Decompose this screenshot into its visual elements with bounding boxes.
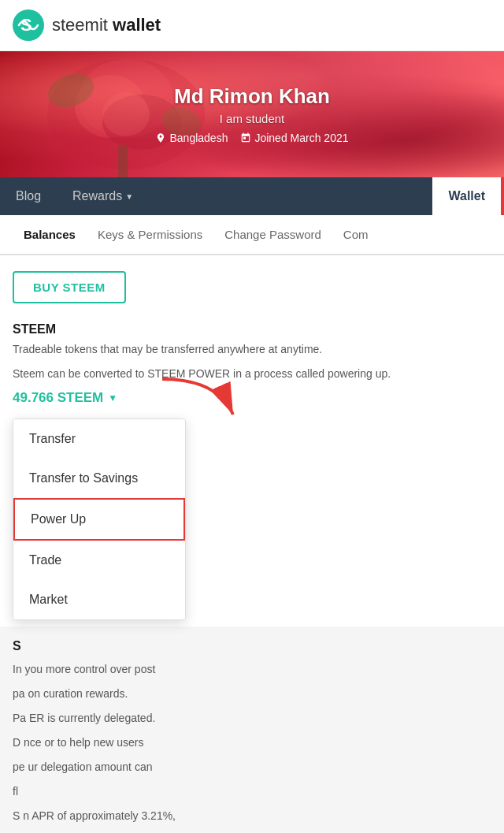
nav-spacer (149, 177, 432, 215)
profile-meta: Bangladesh Joined March 2021 (155, 132, 348, 144)
steem-token-desc-2: Steem can be converted to STEEM POWER in… (13, 366, 491, 382)
sp-desc-1: In you more control over post (13, 661, 491, 678)
steemit-logo-icon: S (13, 9, 44, 41)
sp-desc-5: pe ur delegation amount can (13, 759, 491, 775)
dropdown-transfer[interactable]: Transfer (13, 419, 185, 459)
profile-location: Bangladesh (155, 132, 228, 144)
dropdown-power-up[interactable]: Power Up (13, 498, 185, 541)
tab-balances[interactable]: Balances (13, 215, 87, 255)
sp-desc-4: D nce or to help new users (13, 734, 491, 751)
nav-wallet[interactable]: Wallet (432, 177, 501, 215)
sp-title-partial: S (13, 636, 491, 656)
steem-token-section: STEEM Tradeable tokens that may be trans… (13, 322, 491, 406)
profile-info: Md Rimon Khan I am student Bangladesh Jo… (155, 84, 348, 144)
sp-desc-6: fl (13, 783, 491, 800)
steem-token-title: STEEM (13, 322, 491, 337)
dropdown-transfer-savings[interactable]: Transfer to Savings (13, 459, 185, 498)
steem-dropdown-container: Transfer Transfer to Savings Power Up Tr… (13, 418, 491, 620)
dropdown-trade[interactable]: Trade (13, 541, 185, 580)
location-icon (155, 132, 166, 143)
balance-dropdown-arrow: ▼ (108, 392, 117, 403)
nav-bar: Blog Rewards ▼ Wallet (0, 177, 504, 215)
sp-section: S In you more control over post pa on cu… (13, 627, 491, 833)
svg-point-6 (102, 92, 150, 136)
buy-steem-button[interactable]: BUY STEEM (13, 271, 126, 303)
chevron-down-icon: ▼ (125, 192, 133, 201)
profile-name: Md Rimon Khan (155, 84, 348, 109)
nav-active-indicator (501, 177, 504, 215)
app-title: steemit wallet (52, 15, 161, 35)
nav-rewards[interactable]: Rewards ▼ (57, 177, 149, 215)
tabs-row: Balances Keys & Permissions Change Passw… (0, 215, 504, 255)
tab-change-password[interactable]: Change Password (213, 215, 332, 255)
profile-bio: I am student (155, 112, 348, 125)
tab-keys-permissions[interactable]: Keys & Permissions (87, 215, 213, 255)
steem-token-desc-1: Tradeable tokens that may be transferred… (13, 341, 491, 358)
dropdown-market[interactable]: Market (13, 580, 185, 619)
sp-desc-3: Pa ER is currently delegated. (13, 710, 491, 727)
svg-text:S: S (20, 15, 32, 35)
profile-joined: Joined March 2021 (240, 132, 348, 144)
profile-banner: Md Rimon Khan I am student Bangladesh Jo… (0, 51, 504, 177)
steem-balance[interactable]: 49.766 STEEM ▼ (13, 390, 117, 406)
steem-action-dropdown: Transfer Transfer to Savings Power Up Tr… (13, 418, 186, 620)
sp-desc-7: S n APR of approximately 3.21%, (13, 808, 491, 824)
calendar-icon (240, 132, 251, 143)
main-content: BUY STEEM STEEM Tradeable tokens that ma… (0, 255, 504, 833)
sp-gray-area: S In you more control over post pa on cu… (0, 627, 504, 833)
sp-content: S In you more control over post pa on cu… (13, 636, 491, 833)
tab-com[interactable]: Com (332, 215, 380, 255)
nav-blog[interactable]: Blog (0, 177, 57, 215)
sp-desc-2: pa on curation rewards. (13, 686, 491, 702)
svg-rect-7 (118, 146, 128, 177)
app-header: S steemit wallet (0, 0, 504, 51)
